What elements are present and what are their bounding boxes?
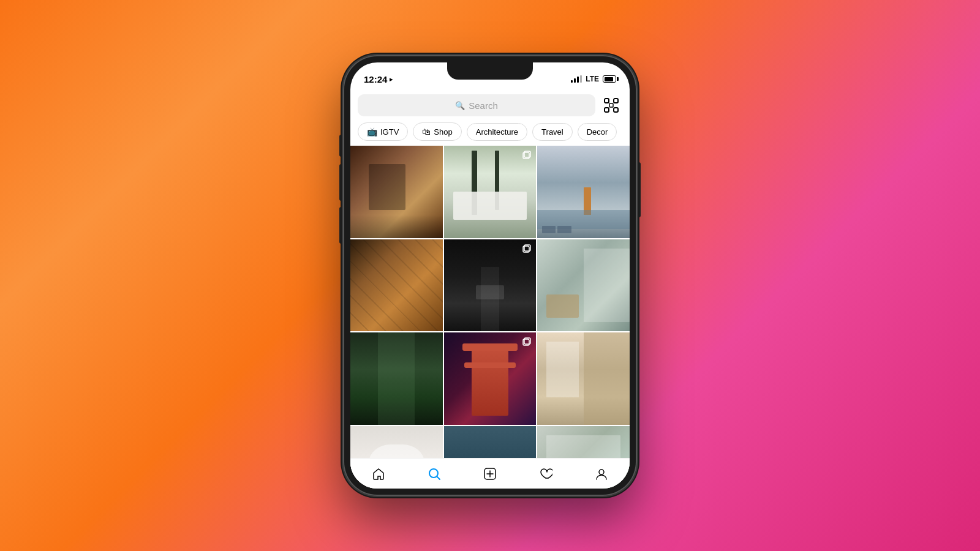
grid-cell-6[interactable] — [537, 239, 630, 332]
battery-fill — [605, 77, 613, 81]
multi-icon — [521, 149, 532, 160]
multi-icon-5 — [521, 243, 532, 254]
chip-igtv-label: IGTV — [380, 127, 399, 137]
location-arrow-icon: ▸ — [390, 76, 393, 83]
nav-heart[interactable] — [518, 459, 574, 489]
power-button[interactable] — [638, 162, 641, 217]
scan-icon — [603, 97, 619, 113]
chip-shop[interactable]: 🛍 Shop — [413, 122, 461, 141]
chip-decor-label: Decor — [587, 127, 608, 137]
nav-search[interactable] — [406, 459, 462, 489]
chip-travel[interactable]: Travel — [532, 123, 573, 141]
search-bar[interactable]: 🔍 Search — [358, 94, 595, 116]
grid-cell-8[interactable] — [444, 332, 537, 425]
grid-cell-4[interactable] — [350, 239, 443, 332]
grid-cell-2[interactable] — [444, 146, 537, 238]
grid-cell-1[interactable] — [350, 146, 443, 238]
multi-indicator-5 — [521, 243, 532, 254]
signal-bar-4 — [580, 75, 582, 83]
multi-indicator-8 — [521, 336, 532, 347]
phone-frame: 12:24 ▸ LTE — [343, 55, 637, 496]
signal-bar-2 — [574, 78, 576, 83]
signal-bar-3 — [577, 77, 579, 83]
grid-cell-5[interactable] — [444, 239, 537, 332]
notch — [447, 62, 533, 80]
bottom-nav — [350, 458, 630, 489]
chip-shop-label: Shop — [434, 127, 452, 137]
chip-travel-label: Travel — [541, 127, 564, 137]
grid-cell-9[interactable] — [537, 332, 630, 425]
nav-add[interactable] — [462, 459, 518, 489]
add-icon — [483, 467, 497, 481]
volume-up-button[interactable] — [339, 164, 342, 201]
signal-bar-1 — [571, 80, 573, 83]
search-nav-icon — [428, 467, 441, 481]
mute-button[interactable] — [339, 135, 342, 157]
search-bar-container: 🔍 Search — [350, 89, 630, 120]
svg-rect-3 — [614, 108, 618, 112]
content-area: 🔍 Search — [350, 89, 630, 489]
status-time: 12:24 ▸ — [364, 74, 393, 84]
heart-icon — [539, 467, 552, 481]
phone-screen: 12:24 ▸ LTE — [350, 62, 630, 489]
chip-architecture[interactable]: Architecture — [467, 123, 527, 141]
category-chips: 📺 IGTV 🛍 Shop Architecture Travel — [350, 120, 630, 146]
shop-icon: 🛍 — [422, 127, 431, 137]
time-display: 12:24 — [364, 74, 387, 84]
multi-icon-8 — [521, 336, 532, 347]
svg-rect-2 — [605, 108, 609, 112]
grid-cell-3[interactable] — [537, 146, 630, 238]
profile-icon — [595, 467, 608, 481]
network-indicator: LTE — [586, 75, 599, 83]
battery-icon — [603, 75, 616, 83]
igtv-icon: 📺 — [367, 127, 377, 137]
nav-home[interactable] — [350, 459, 406, 489]
svg-point-20 — [599, 470, 604, 474]
search-placeholder: Search — [469, 100, 498, 111]
svg-rect-1 — [614, 99, 618, 103]
signal-icon — [571, 75, 582, 83]
grid-cell-7[interactable] — [350, 332, 443, 425]
svg-rect-4 — [609, 103, 613, 107]
image-grid — [350, 146, 630, 489]
phone-wrapper: 12:24 ▸ LTE — [343, 55, 637, 496]
svg-line-16 — [437, 476, 440, 479]
nav-profile[interactable] — [574, 459, 630, 489]
chip-architecture-label: Architecture — [476, 127, 518, 137]
status-right-icons: LTE — [571, 75, 616, 83]
svg-rect-0 — [605, 99, 609, 103]
multi-indicator-2 — [521, 149, 532, 160]
search-icon: 🔍 — [455, 101, 465, 110]
home-icon — [372, 467, 385, 481]
volume-down-button[interactable] — [339, 207, 342, 244]
chip-igtv[interactable]: 📺 IGTV — [358, 122, 408, 141]
camera-scan-button[interactable] — [600, 94, 622, 116]
chip-decor[interactable]: Decor — [578, 123, 617, 141]
background: 12:24 ▸ LTE — [343, 55, 637, 496]
